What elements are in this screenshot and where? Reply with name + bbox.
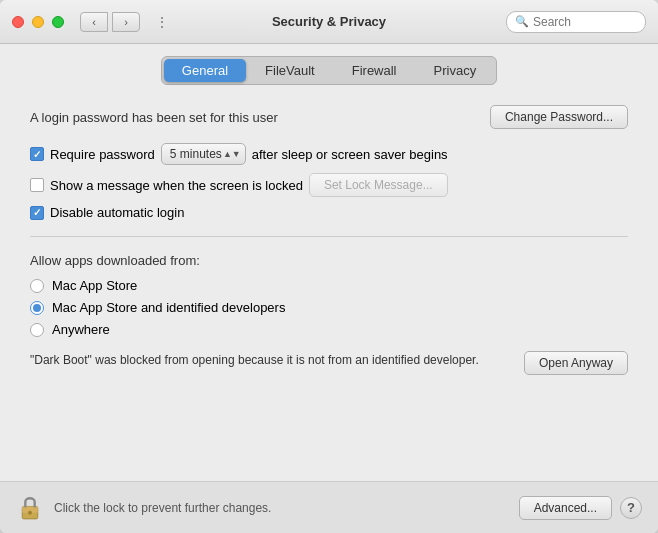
grid-button[interactable]: ⋮	[148, 12, 176, 32]
open-anyway-button[interactable]: Open Anyway	[524, 351, 628, 375]
tab-general[interactable]: General	[164, 59, 246, 82]
svg-point-2	[28, 510, 32, 514]
radio-mac-app-store-identified-row: Mac App Store and identified developers	[30, 300, 628, 315]
disable-autologin-checkbox[interactable]	[30, 206, 44, 220]
allow-apps-label: Allow apps downloaded from:	[30, 253, 628, 268]
set-lock-message-button: Set Lock Message...	[309, 173, 448, 197]
radio-mac-app-store-row: Mac App Store	[30, 278, 628, 293]
radio-mac-app-store-identified-label: Mac App Store and identified developers	[52, 300, 285, 315]
radio-mac-app-store-identified[interactable]	[30, 301, 44, 315]
login-password-text: A login password has been set for this u…	[30, 110, 278, 125]
main-window: ‹ › ⋮ Security & Privacy 🔍 General FileV…	[0, 0, 658, 533]
require-password-row: Require password 5 minutes ▲▼ after slee…	[30, 143, 628, 165]
tab-firewall[interactable]: Firewall	[334, 59, 415, 82]
radio-anywhere-label: Anywhere	[52, 322, 110, 337]
tab-privacy[interactable]: Privacy	[416, 59, 495, 82]
forward-button[interactable]: ›	[112, 12, 140, 32]
tabs: General FileVault Firewall Privacy	[161, 56, 497, 85]
window-title: Security & Privacy	[272, 14, 386, 29]
content-area: A login password has been set for this u…	[0, 85, 658, 481]
require-password-label: Require password	[50, 147, 155, 162]
titlebar: ‹ › ⋮ Security & Privacy 🔍	[0, 0, 658, 44]
change-password-button[interactable]: Change Password...	[490, 105, 628, 129]
radio-mac-app-store-label: Mac App Store	[52, 278, 137, 293]
password-timing-wrapper: 5 minutes ▲▼	[161, 143, 246, 165]
blocked-app-row: "Dark Boot" was blocked from opening bec…	[30, 351, 628, 375]
search-input[interactable]	[533, 15, 637, 29]
advanced-button[interactable]: Advanced...	[519, 496, 612, 520]
radio-mac-app-store[interactable]	[30, 279, 44, 293]
tab-filevault[interactable]: FileVault	[247, 59, 333, 82]
blocked-app-text: "Dark Boot" was blocked from opening bec…	[30, 351, 512, 369]
disable-autologin-label: Disable automatic login	[50, 205, 184, 220]
search-box[interactable]: 🔍	[506, 11, 646, 33]
show-message-label: Show a message when the screen is locked	[50, 178, 303, 193]
section-divider	[30, 236, 628, 237]
help-button[interactable]: ?	[620, 497, 642, 519]
search-icon: 🔍	[515, 15, 529, 28]
disable-autologin-row: Disable automatic login	[30, 205, 628, 220]
back-button[interactable]: ‹	[80, 12, 108, 32]
login-password-row: A login password has been set for this u…	[30, 105, 628, 129]
traffic-lights	[12, 16, 64, 28]
radio-anywhere-row: Anywhere	[30, 322, 628, 337]
footer-buttons: Advanced... ?	[519, 496, 642, 520]
footer: Click the lock to prevent further change…	[0, 481, 658, 533]
close-button[interactable]	[12, 16, 24, 28]
require-password-checkbox[interactable]	[30, 147, 44, 161]
tabs-container: General FileVault Firewall Privacy	[0, 44, 658, 85]
lock-icon[interactable]	[16, 494, 44, 522]
lock-text: Click the lock to prevent further change…	[54, 501, 519, 515]
after-sleep-text: after sleep or screen saver begins	[252, 147, 448, 162]
password-timing-select[interactable]: 5 minutes	[161, 143, 246, 165]
radio-anywhere[interactable]	[30, 323, 44, 337]
minimize-button[interactable]	[32, 16, 44, 28]
maximize-button[interactable]	[52, 16, 64, 28]
nav-buttons: ‹ ›	[80, 12, 140, 32]
show-message-checkbox[interactable]	[30, 178, 44, 192]
show-message-row: Show a message when the screen is locked…	[30, 173, 628, 197]
